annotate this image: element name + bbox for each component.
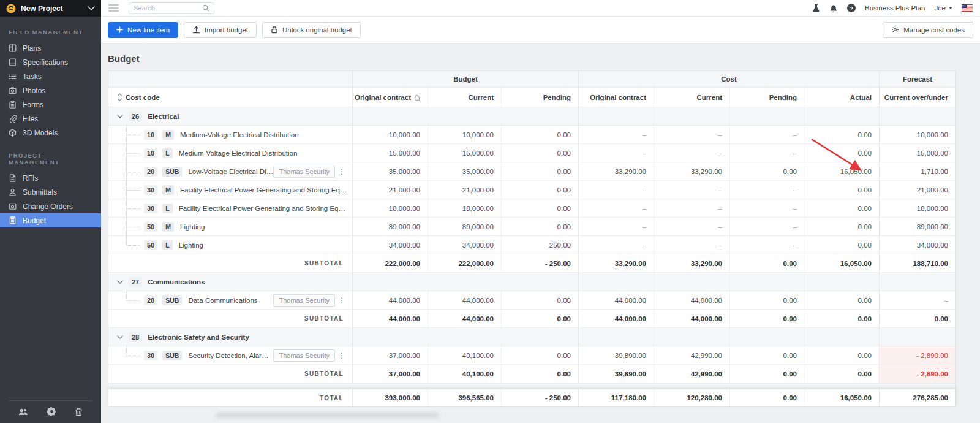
bell-icon[interactable]	[829, 4, 838, 13]
value-cell[interactable]: 21,000.00	[879, 181, 956, 199]
value-cell[interactable]: 44,000.00	[654, 291, 729, 309]
value-cell[interactable]: –	[729, 126, 804, 143]
budget-line-row[interactable]: 20SUBData CommunicationsThomas Security⋮…	[108, 291, 956, 310]
value-cell[interactable]: 0.00	[804, 218, 879, 235]
value-cell[interactable]: 21,000.00	[352, 181, 428, 199]
column-budget-current[interactable]: Current	[428, 88, 501, 107]
value-cell[interactable]: –	[578, 144, 654, 162]
sidebar-item-tasks[interactable]: Tasks	[0, 69, 101, 83]
import-budget-button[interactable]: Import budget	[184, 22, 257, 38]
value-cell[interactable]: 188,710.00	[879, 254, 956, 272]
value-cell[interactable]: 15,000.00	[352, 144, 428, 162]
value-cell[interactable]: 16,050.00	[804, 162, 879, 180]
value-cell[interactable]: 15,000.00	[879, 144, 956, 162]
value-cell[interactable]: 89,000.00	[879, 218, 956, 235]
value-cell[interactable]: 18,000.00	[352, 199, 428, 217]
sidebar-item-files[interactable]: Files	[0, 112, 101, 126]
sidebar-item-specifications[interactable]: Specifications	[0, 55, 101, 69]
value-cell[interactable]: 0.00	[804, 144, 879, 162]
column-cost-actual[interactable]: Actual	[804, 88, 879, 107]
value-cell[interactable]: 44,000.00	[428, 291, 501, 309]
value-cell[interactable]: 33,290.00	[578, 162, 654, 180]
value-cell[interactable]: 37,000.00	[352, 365, 428, 383]
value-cell[interactable]: 40,100.00	[428, 365, 501, 383]
value-cell[interactable]: 1,710.00	[879, 162, 956, 180]
value-cell[interactable]: 222,000.00	[352, 254, 428, 272]
value-cell[interactable]: 89,000.00	[352, 218, 428, 235]
value-cell[interactable]: 0.00	[501, 181, 578, 199]
value-cell[interactable]: 0.00	[501, 291, 578, 309]
value-cell[interactable]: –	[654, 144, 729, 162]
value-cell[interactable]: –	[729, 199, 804, 217]
value-cell[interactable]: 0.00	[729, 162, 804, 180]
value-cell[interactable]: 0.00	[804, 310, 879, 327]
value-cell[interactable]: –	[578, 199, 654, 217]
value-cell[interactable]: 44,000.00	[654, 310, 729, 327]
value-cell[interactable]: 0.00	[729, 346, 804, 364]
unlock-original-budget-button[interactable]: Unlock original budget	[262, 22, 361, 38]
section-header-row[interactable]: 26Electrical	[108, 107, 956, 126]
value-cell[interactable]: 0.00	[729, 310, 804, 327]
section-header-row[interactable]: 28Electronic Safety and Security	[108, 328, 956, 346]
value-cell[interactable]: 18,000.00	[879, 199, 956, 217]
budget-line-row[interactable]: 30MFacility Electrical Power Generating …	[108, 181, 956, 199]
budget-line-row[interactable]: 10LMedium-Voltage Electrical Distributio…	[108, 144, 956, 162]
value-cell[interactable]: - 250.00	[501, 254, 578, 272]
section-header-row[interactable]: 27Communications	[108, 273, 956, 291]
value-cell[interactable]: - 250.00	[501, 236, 578, 254]
search-box[interactable]	[129, 2, 214, 14]
sidebar-item-plans[interactable]: Plans	[0, 41, 101, 55]
value-cell[interactable]: 393,000.00	[352, 389, 428, 406]
value-cell[interactable]: 42,990.00	[654, 346, 729, 364]
value-cell[interactable]: 0.00	[729, 291, 804, 309]
budget-line-row[interactable]: 20SUBLow-Voltage Electrical Distribution…	[108, 162, 956, 181]
value-cell[interactable]: - 2,890.00	[879, 346, 956, 364]
value-cell[interactable]: 0.00	[804, 126, 879, 143]
search-icon[interactable]	[202, 4, 209, 12]
column-budget-original-contract[interactable]: Original contract	[352, 88, 428, 107]
value-cell[interactable]: 10,000.00	[352, 126, 428, 143]
value-cell[interactable]: 44,000.00	[352, 291, 428, 309]
value-cell[interactable]: 0.00	[501, 310, 578, 327]
value-cell[interactable]: 0.00	[501, 346, 578, 364]
project-switcher[interactable]: New Project	[0, 0, 101, 17]
column-cost-pending[interactable]: Pending	[729, 88, 804, 107]
budget-line-row[interactable]: 50LLighting34,000.0034,000.00- 250.00–––…	[108, 236, 956, 254]
value-cell[interactable]: 16,050.00	[804, 389, 879, 406]
sidebar-item-rfis[interactable]: RFIs	[0, 171, 101, 185]
value-cell[interactable]: –	[654, 236, 729, 254]
value-cell[interactable]: 15,000.00	[428, 144, 501, 162]
new-line-item-button[interactable]: New line item	[108, 22, 178, 38]
column-cost-code[interactable]: Cost code	[108, 88, 352, 107]
kebab-menu-icon[interactable]: ⋮	[337, 296, 346, 305]
value-cell[interactable]: 0.00	[804, 365, 879, 383]
value-cell[interactable]: –	[729, 218, 804, 235]
value-cell[interactable]: 44,000.00	[578, 310, 654, 327]
value-cell[interactable]: 39,890.00	[578, 346, 654, 364]
value-cell[interactable]: 33,290.00	[654, 162, 729, 180]
value-cell[interactable]: 34,000.00	[428, 236, 501, 254]
value-cell[interactable]: 0.00	[501, 126, 578, 143]
value-cell[interactable]: 0.00	[501, 218, 578, 235]
value-cell[interactable]: 0.00	[804, 346, 879, 364]
value-cell[interactable]: 0.00	[804, 181, 879, 199]
budget-line-row[interactable]: 30SUBSecurity Detection, Alarm, and Moni…	[108, 346, 956, 365]
value-cell[interactable]: 0.00	[501, 199, 578, 217]
value-cell[interactable]: 44,000.00	[428, 310, 501, 327]
budget-line-row[interactable]: 50MLighting89,000.0089,000.000.00–––0.00…	[108, 218, 956, 236]
value-cell[interactable]: 222,000.00	[428, 254, 501, 272]
value-cell[interactable]: 0.00	[501, 162, 578, 180]
value-cell[interactable]: 33,290.00	[654, 254, 729, 272]
sidebar-item-submittals[interactable]: Submittals	[0, 185, 101, 199]
column-forecast-current-over-under[interactable]: Current over/under	[879, 88, 956, 107]
value-cell[interactable]: –	[879, 291, 956, 309]
value-cell[interactable]: –	[654, 126, 729, 143]
value-cell[interactable]: 0.00	[729, 254, 804, 272]
user-menu[interactable]: Joe	[934, 4, 952, 12]
value-cell[interactable]: 39,890.00	[578, 365, 654, 383]
sidebar-item-change-orders[interactable]: Change Orders	[0, 199, 101, 213]
value-cell[interactable]: 117,180.00	[578, 389, 654, 406]
value-cell[interactable]: 16,050.00	[804, 254, 879, 272]
chevron-down-icon[interactable]	[117, 280, 123, 284]
hamburger-menu-icon[interactable]	[108, 4, 119, 12]
